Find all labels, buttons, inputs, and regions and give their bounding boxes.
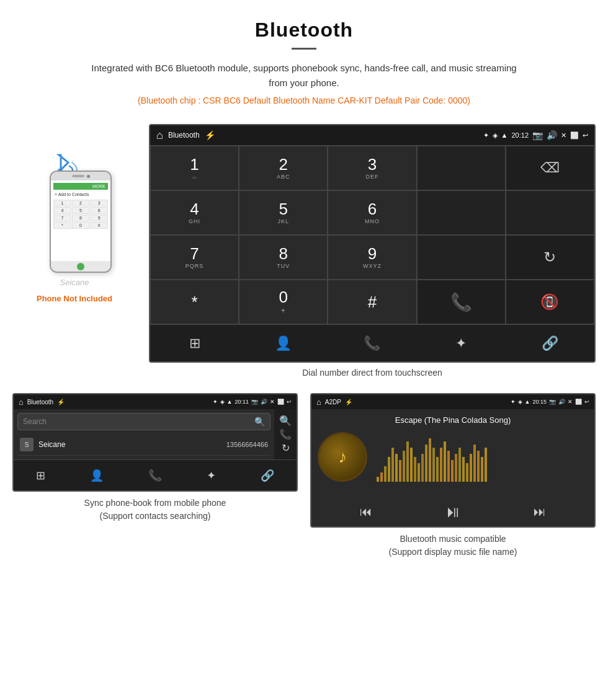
music-cam: 📷 <box>549 399 556 405</box>
dial-key-8[interactable]: 8 TUV <box>239 235 328 280</box>
pb-cam: 📷 <box>251 399 258 405</box>
page-description: Integrated with BC6 Bluetooth module, su… <box>87 61 521 91</box>
music-back[interactable]: ↩ <box>584 399 589 405</box>
music-close[interactable]: ✕ <box>568 399 573 405</box>
time-display: 20:12 <box>511 131 529 139</box>
title-divider <box>292 48 316 50</box>
pb-right-search-icon[interactable]: 🔍 <box>279 415 292 427</box>
page-title: Bluetooth <box>12 19 596 42</box>
pb-time: 20:11 <box>235 399 249 405</box>
camera-icon[interactable]: 📷 <box>532 130 543 140</box>
dial-cell-empty-3 <box>506 190 594 235</box>
phonebook-screen: ⌂ Bluetooth ⚡ ✦ ◈ ▲ 20:11 📷 🔊 ✕ ⬜ ↩ <box>12 393 298 492</box>
music-block: ⌂ A2DP ⚡ ✦ ◈ ▲ 20:15 📷 🔊 ✕ ⬜ ↩ <box>310 393 596 559</box>
music-signal: ▲ <box>525 399 530 405</box>
pb-bt-icon: ✦ <box>213 399 218 405</box>
dialpad-grid: 1 ⌓ 2 ABC 3 DEF ⌫ 4 GHI <box>150 145 594 324</box>
bluetooth-icon: ✦ <box>483 131 489 140</box>
music-location: ◈ <box>518 399 522 405</box>
music-usb-icon: ⚡ <box>345 399 352 405</box>
home-icon[interactable]: ⌂ <box>156 129 163 142</box>
dial-cell-empty-4 <box>417 235 506 280</box>
pb-nav-grid[interactable]: ⊞ <box>36 469 45 482</box>
pb-right-refresh-icon[interactable]: ↻ <box>282 442 290 454</box>
pb-back[interactable]: ↩ <box>287 399 292 405</box>
phone-mockup: MORE + Add to Contacts 123 456 789 *0# <box>50 171 112 273</box>
pb-nav-link[interactable]: 🔗 <box>261 469 274 482</box>
phonebook-body: Search 🔍 S Seicane 13566664466 🔍 📞 <box>14 409 297 459</box>
music-vol: 🔊 <box>558 399 565 405</box>
dial-key-9[interactable]: 9 WXYZ <box>328 235 416 280</box>
music-play-btn[interactable]: ⏯ <box>445 502 461 521</box>
pb-title: Bluetooth <box>27 399 53 405</box>
pb-signal: ▲ <box>227 399 233 405</box>
pb-status-left: ⌂ Bluetooth ⚡ <box>19 397 65 407</box>
music-visualizer <box>377 432 588 482</box>
dial-key-2[interactable]: 2 ABC <box>239 146 328 190</box>
pb-nav-person[interactable]: 👤 <box>90 469 104 482</box>
back-icon[interactable]: ↩ <box>583 131 588 140</box>
close-icon[interactable]: ✕ <box>561 131 566 140</box>
dial-key-hash[interactable]: # <box>328 280 416 324</box>
contact-avatar: S <box>20 438 34 451</box>
nav-contacts[interactable]: 👤 <box>239 325 328 361</box>
dial-key-5[interactable]: 5 JKL <box>239 190 328 235</box>
bottom-screenshots: ⌂ Bluetooth ⚡ ✦ ◈ ▲ 20:11 📷 🔊 ✕ ⬜ ↩ <box>0 384 608 568</box>
pb-nav-bt[interactable]: ✦ <box>207 469 216 482</box>
dial-key-6[interactable]: 6 MNO <box>328 190 416 235</box>
search-placeholder: Search <box>23 417 254 426</box>
dialpad-section: ⌂ Bluetooth ⚡ ✦ ◈ ▲ 20:12 📷 🔊 ✕ ⬜ ↩ <box>149 124 596 378</box>
contact-name: Seicane <box>38 440 226 449</box>
phonebook-bottom-nav: ⊞ 👤 📞 ✦ 🔗 <box>14 459 297 490</box>
phonebook-right-icons: 🔍 📞 ↻ <box>274 409 297 459</box>
music-song-title: Escape (The Pina Colada Song) <box>318 415 588 425</box>
music-prev-btn[interactable]: ⏮ <box>360 505 372 519</box>
dial-key-0[interactable]: 0 + <box>239 280 328 324</box>
pb-close[interactable]: ✕ <box>270 399 275 405</box>
phonebook-main: Search 🔍 S Seicane 13566664466 <box>14 409 274 459</box>
dial-key-refresh[interactable]: ↻ <box>506 235 594 280</box>
volume-icon[interactable]: 🔊 <box>547 130 557 140</box>
bottom-nav: ⊞ 👤 📞 ✦ 🔗 <box>150 324 594 361</box>
dialpad-caption: Dial number direct from touchscreen <box>149 368 596 378</box>
dial-key-call-red[interactable]: 📵 <box>506 280 594 324</box>
music-album-area: ♪ <box>318 432 588 482</box>
usb-icon: ⚡ <box>205 130 215 140</box>
pb-nav-phone[interactable]: 📞 <box>148 469 162 482</box>
pb-win[interactable]: ⬜ <box>277 399 284 405</box>
music-home-icon[interactable]: ⌂ <box>316 397 321 407</box>
phonebook-block: ⌂ Bluetooth ⚡ ✦ ◈ ▲ 20:11 📷 🔊 ✕ ⬜ ↩ <box>12 393 298 559</box>
window-icon[interactable]: ⬜ <box>570 131 579 140</box>
music-status-bar: ⌂ A2DP ⚡ ✦ ◈ ▲ 20:15 📷 🔊 ✕ ⬜ ↩ <box>311 394 594 409</box>
location-icon: ◈ <box>493 131 498 140</box>
contact-row[interactable]: S Seicane 13566664466 <box>17 434 270 456</box>
dial-key-3[interactable]: 3 DEF <box>328 146 416 190</box>
music-status-left: ⌂ A2DP ⚡ <box>316 397 352 407</box>
nav-link[interactable]: 🔗 <box>506 325 594 361</box>
music-title: A2DP <box>325 399 341 405</box>
search-bar[interactable]: Search 🔍 <box>17 413 270 430</box>
pb-right-call-icon[interactable]: 📞 <box>279 428 292 440</box>
dial-key-7[interactable]: 7 PQRS <box>150 235 239 280</box>
dial-key-1[interactable]: 1 ⌓ <box>150 146 239 190</box>
seicane-label: Seicane <box>60 278 89 287</box>
nav-dialpad[interactable]: ⊞ <box>150 325 239 361</box>
pb-home-icon[interactable]: ⌂ <box>19 397 24 407</box>
nav-calls[interactable]: 📞 <box>328 325 416 361</box>
dial-key-star[interactable]: * <box>150 280 239 324</box>
music-status-right: ✦ ◈ ▲ 20:15 📷 🔊 ✕ ⬜ ↩ <box>511 399 589 405</box>
dial-key-4[interactable]: 4 GHI <box>150 190 239 235</box>
music-win[interactable]: ⬜ <box>575 399 582 405</box>
main-content: MORE + Add to Contacts 123 456 789 *0# S… <box>0 124 608 378</box>
nav-bluetooth[interactable]: ✦ <box>417 325 506 361</box>
phonebook-status-bar: ⌂ Bluetooth ⚡ ✦ ◈ ▲ 20:11 📷 🔊 ✕ ⬜ ↩ <box>14 394 297 409</box>
music-screen: ⌂ A2DP ⚡ ✦ ◈ ▲ 20:15 📷 🔊 ✕ ⬜ ↩ <box>310 393 596 528</box>
dial-key-call-green[interactable]: 📞 <box>417 280 506 324</box>
music-next-btn[interactable]: ⏭ <box>534 505 546 519</box>
status-bar-left: ⌂ Bluetooth ⚡ <box>156 129 215 142</box>
music-time: 20:15 <box>532 399 547 405</box>
pb-status-right: ✦ ◈ ▲ 20:11 📷 🔊 ✕ ⬜ ↩ <box>213 399 292 405</box>
dial-key-backspace[interactable]: ⌫ <box>506 146 594 190</box>
music-bt-icon: ✦ <box>511 399 516 405</box>
phonebook-caption: Sync phone-book from mobile phone (Suppo… <box>12 497 298 523</box>
